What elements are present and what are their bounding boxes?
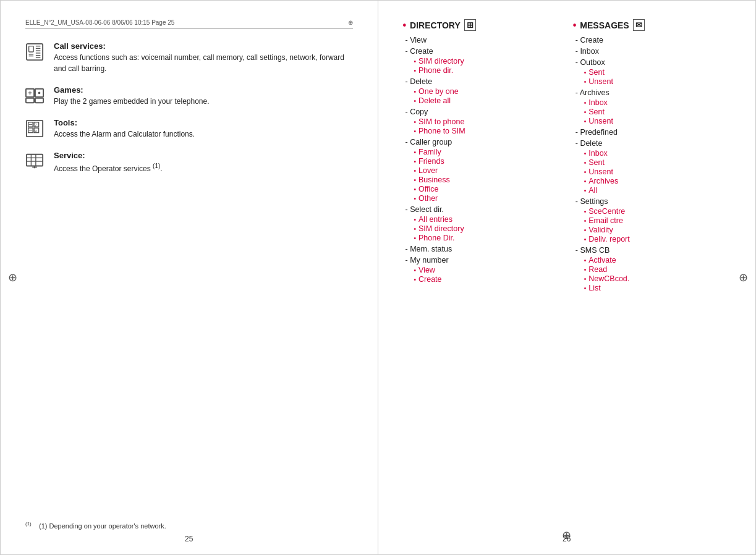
dir-item-sim-directory2: •SIM directory (414, 224, 561, 233)
service-desc: Access the Operator services (1). (54, 161, 353, 174)
dir-item-phone-dir2: •Phone Dir. (414, 234, 561, 242)
tools-title: Tools: (54, 118, 353, 127)
dir-item-delete: Delete (406, 77, 561, 86)
msg-item-create: Create (575, 36, 731, 44)
call-services-content: Call services: Access functions such as:… (54, 41, 353, 74)
games-title: Games: (54, 85, 353, 95)
section-service: Service: Access the Operator services (1… (25, 151, 353, 174)
dir-item-family: •Family (414, 148, 561, 156)
games-icon (25, 87, 48, 107)
header-text-left: ELLE_N°2_UM_USA-08-06-06 8/06/06 10:15 P… (25, 19, 174, 26)
page-number-left: 25 (185, 535, 193, 543)
messages-title: MESSAGES (580, 20, 629, 30)
crosshair-right-mid: ⊕ (739, 271, 748, 284)
header-crosshair-left: ⊕ (348, 19, 353, 26)
msg-item-unsent3: •Unsent (584, 167, 731, 176)
column-directory: • DIRECTORY ⊞ View Create •SIM directory… (403, 19, 567, 536)
svg-rect-26 (27, 155, 43, 166)
msg-item-delete: Delete (575, 139, 731, 148)
svg-rect-12 (26, 98, 34, 103)
page-header-left: ELLE_N°2_UM_USA-08-06-06 8/06/06 10:15 P… (25, 19, 353, 29)
directory-menu-list: View Create •SIM directory •Phone dir. D… (403, 36, 561, 284)
section-tools: 7 8 Tools: Access the Alarm and Calculat… (25, 118, 353, 140)
section-games: Games: Play the 2 games embedded in your… (25, 85, 353, 107)
service-title: Service: (54, 151, 353, 160)
right-content: • DIRECTORY ⊞ View Create •SIM directory… (403, 19, 731, 536)
footnote-text: (1) Depending on your operator's network… (39, 522, 166, 530)
directory-title: DIRECTORY (410, 20, 461, 30)
msg-item-sent: •Sent (584, 68, 731, 77)
svg-rect-1 (29, 46, 34, 52)
dir-item-create: Create (406, 47, 561, 56)
directory-header: • DIRECTORY ⊞ (403, 19, 561, 31)
msg-item-archives2: •Archives (584, 177, 731, 185)
msg-item-unsent2: •Unsent (584, 117, 731, 125)
msg-item-read: •Read (584, 265, 731, 274)
msg-item-newcbcod: •NewCBcod. (584, 274, 731, 283)
column-messages: • MESSAGES ✉ Create Inbox Outbox •Sent •… (567, 19, 731, 536)
page-number-right: 26 (563, 535, 571, 543)
dir-item-view2: •View (414, 266, 561, 274)
directory-bullet: • (403, 20, 407, 31)
dir-item-sim-directory: •SIM directory (414, 57, 561, 66)
svg-text:7: 7 (35, 123, 37, 127)
tools-icon: 7 8 (25, 119, 48, 140)
messages-icon: ✉ (633, 19, 645, 31)
games-content: Games: Play the 2 games embedded in your… (54, 85, 353, 107)
msg-item-deliv-report: •Deliv. report (584, 235, 731, 244)
msg-item-archives: Archives (575, 88, 731, 97)
tools-desc: Access the Alarm and Calculator function… (54, 129, 353, 140)
service-content: Service: Access the Operator services (1… (54, 151, 353, 174)
footnote-superscript: (1) (25, 521, 32, 527)
dir-item-my-number: My number (406, 256, 561, 265)
svg-rect-13 (35, 98, 43, 103)
dir-item-other: •Other (414, 194, 561, 203)
dir-item-business: •Business (414, 176, 561, 184)
msg-item-inbox: Inbox (575, 47, 731, 56)
service-icon (25, 152, 48, 172)
dir-item-phone-dir: •Phone dir. (414, 66, 561, 75)
dir-item-delete-all: •Delete all (414, 96, 561, 105)
messages-bullet: • (573, 20, 577, 31)
dir-item-all-entries: •All entries (414, 215, 561, 224)
msg-item-activate: •Activate (584, 256, 731, 265)
dir-item-sim-to-phone: •SIM to phone (414, 117, 561, 126)
dir-item-caller-group: Caller group (406, 138, 561, 146)
msg-item-all: •All (584, 186, 731, 195)
messages-menu-list: Create Inbox Outbox •Sent •Unsent Archiv… (573, 36, 731, 292)
games-desc: Play the 2 games embedded in your teleph… (54, 96, 353, 107)
msg-item-sms-cb: SMS CB (575, 246, 731, 255)
directory-icon: ⊞ (464, 19, 476, 31)
dir-item-copy: Copy (406, 108, 561, 116)
call-services-title: Call services: (54, 41, 353, 51)
dir-item-mem-status: Mem. status (406, 245, 561, 253)
footnote-left: (1) (1) Depending on your operator's net… (25, 521, 166, 530)
crosshair-left-mid: ⊕ (8, 271, 17, 284)
dir-item-lover: •Lover (414, 166, 561, 175)
messages-header: • MESSAGES ✉ (573, 19, 731, 31)
page-right: • DIRECTORY ⊞ View Create •SIM directory… (378, 1, 756, 554)
msg-item-list: •List (584, 284, 731, 292)
msg-item-inbox2: •Inbox (584, 98, 731, 107)
msg-item-scecentre: •SceCentre (584, 207, 731, 216)
dir-item-create2: •Create (414, 275, 561, 284)
msg-item-inbox3: •Inbox (584, 149, 731, 158)
section-call-services: Call services: Access functions such as:… (25, 41, 353, 74)
tools-content: Tools: Access the Alarm and Calculator f… (54, 118, 353, 140)
msg-item-email-ctre: •Email ctre (584, 216, 731, 225)
dir-item-one-by-one: •One by one (414, 87, 561, 96)
dir-item-office: •Office (414, 185, 561, 193)
page-container: ELLE_N°2_UM_USA-08-06-06 8/06/06 10:15 P… (0, 0, 756, 555)
msg-item-outbox: Outbox (575, 58, 731, 67)
msg-item-sent2: •Sent (584, 108, 731, 116)
dir-item-view: View (406, 36, 561, 44)
svg-point-16 (38, 91, 41, 94)
msg-item-unsent: •Unsent (584, 77, 731, 86)
msg-item-validity: •Validity (584, 226, 731, 234)
svg-text:8: 8 (35, 129, 37, 133)
call-services-desc: Access functions such as: voicemail numb… (54, 52, 353, 74)
msg-item-sent3: •Sent (584, 158, 731, 167)
dir-item-select-dir: Select dir. (406, 205, 561, 214)
msg-item-predefined: Predefined (575, 128, 731, 137)
dir-item-friends: •Friends (414, 157, 561, 166)
